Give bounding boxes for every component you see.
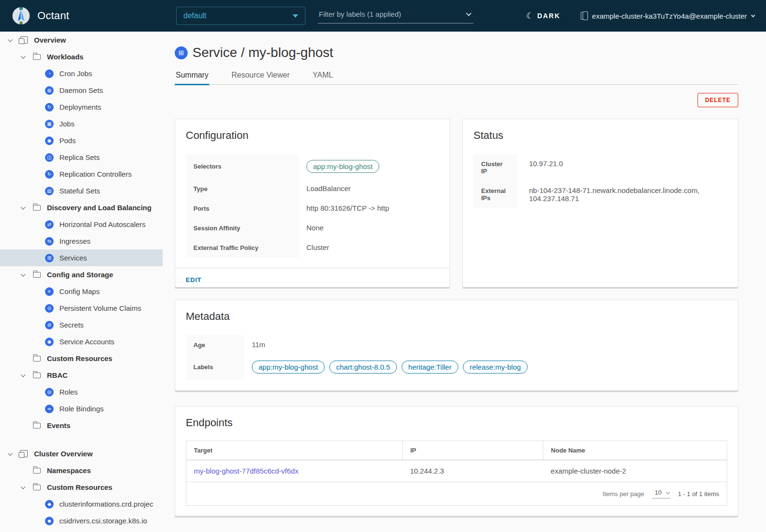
metadata-card: Metadata Age 11m Labels app:my-blog-ghos…	[175, 300, 738, 391]
page-size-value: 10	[655, 489, 662, 496]
sidebar-item-horizontal-pod-autoscalers[interactable]: ⇄Horizontal Pod Autoscalers	[0, 216, 163, 233]
label-tag[interactable]: chart:ghost-8.0.5	[329, 361, 397, 374]
folder-icon	[33, 205, 41, 211]
sidebar-item-cluster-overview[interactable]: Cluster Overview	[0, 445, 163, 462]
sidebar-item-custom-resources[interactable]: Custom Resources	[0, 479, 163, 496]
external-traffic-policy-label: External Traffic Policy	[186, 238, 299, 258]
endpoint-row: my-blog-ghost-77df85c6cd-vf6dx 10.244.2.…	[186, 460, 727, 482]
sidebar-item-roles[interactable]: ◎Roles	[0, 384, 163, 400]
sidebar-item-custom-resources[interactable]: Custom Resources	[0, 350, 163, 367]
folder-icon	[33, 485, 41, 490]
label-tag[interactable]: app:my-blog-ghost	[252, 361, 325, 374]
label-filter-dropdown[interactable]: Filter by labels (1 applied)	[318, 8, 473, 23]
delete-button[interactable]: DELETE	[698, 93, 738, 107]
sidebar-item-pods[interactable]: ◉Pods	[0, 132, 163, 149]
sidebar-item-label: Custom Resources	[47, 483, 113, 491]
sidebar-item-label: Discovery and Load Balancing	[47, 204, 151, 212]
sidebar-item-csidrivers-csi-storage-k8s-io[interactable]: ◆csidrivers.csi.storage.k8s.io	[0, 512, 163, 529]
endpoint-ip: 10.244.2.3	[403, 460, 543, 482]
sidebar-item-namespaces[interactable]: Namespaces	[0, 462, 163, 479]
brand: Octant	[0, 6, 163, 25]
sidebar-item-events[interactable]: Events	[0, 417, 163, 434]
configuration-title: Configuration	[186, 129, 439, 142]
sidebar-item-persistent-volume-claims[interactable]: ⊙Persistent Volume Claims	[0, 300, 163, 317]
sidebar-item-replica-sets[interactable]: ◫Replica Sets	[0, 149, 163, 166]
sidebar-item-role-bindings[interactable]: ∞Role Bindings	[0, 400, 163, 417]
folder-icon	[33, 468, 41, 474]
metadata-title: Metadata	[186, 310, 727, 323]
session-affinity-value: None	[299, 218, 439, 238]
sidebar-item-label: Cluster Overview	[34, 450, 93, 458]
endpoint-target-link[interactable]: my-blog-ghost-77df85c6cd-vf6dx	[194, 467, 298, 475]
type-value: LoadBalancer	[299, 179, 439, 199]
chevron-down-icon[interactable]	[21, 54, 25, 59]
chevron-down-icon[interactable]	[8, 37, 12, 42]
tab-yaml[interactable]: YAML	[312, 71, 334, 84]
moon-icon: ☾	[526, 11, 533, 21]
namespace-selected-value: default	[183, 11, 206, 20]
sidebar-item-label: Events	[47, 421, 70, 430]
cronjobs-icon: ◔	[45, 69, 54, 78]
chevron-down-icon[interactable]	[21, 485, 25, 489]
configuration-table: Selectors app:my-blog-ghost Type LoadBal…	[186, 154, 439, 258]
page-size-select[interactable]: 10	[652, 489, 670, 498]
label-tag[interactable]: release:my-blog	[463, 361, 528, 374]
sidebar-item-label: Pods	[59, 136, 76, 145]
sidebar-item-jobs[interactable]: ▦Jobs	[0, 115, 163, 132]
tab-bar: Summary Resource Viewer YAML	[175, 71, 738, 85]
endpoints-card: Endpoints Target IP Node Name my-blog-gh…	[175, 406, 738, 516]
selector-tag[interactable]: app:my-blog-ghost	[306, 160, 379, 173]
sidebar-item-config-maps[interactable]: ≡Config Maps	[0, 283, 163, 300]
sidebar-item-overview[interactable]: Overview	[0, 32, 163, 48]
sidebar-item-label: Secrets	[59, 321, 84, 329]
sidebar-item-rbac[interactable]: RBAC	[0, 367, 163, 384]
theme-toggle[interactable]: ☾ DARK	[526, 11, 561, 21]
sidebar-item-workloads[interactable]: Workloads	[0, 48, 163, 65]
sidebar-item-discovery-and-load-balancing[interactable]: Discovery and Load Balancing	[0, 199, 163, 216]
external-ips-label: External IPs	[473, 181, 518, 208]
cluster-icon	[581, 12, 587, 20]
persistentvolumeclaims-icon: ⊙	[45, 304, 54, 313]
chevron-down-icon[interactable]	[21, 272, 25, 277]
sidebar-item-services[interactable]: ⊞Services	[0, 249, 163, 266]
sidebar-item-daemon-sets[interactable]: ◍Daemon Sets	[0, 82, 163, 99]
sidebar-item-secrets[interactable]: ⊘Secrets	[0, 317, 163, 333]
sidebar-item-cron-jobs[interactable]: ◔Cron Jobs	[0, 65, 163, 82]
tab-resource-viewer[interactable]: Resource Viewer	[230, 71, 291, 84]
chevron-down-icon[interactable]	[8, 451, 12, 456]
tab-summary[interactable]: Summary	[175, 71, 209, 85]
labels-label: Labels	[186, 355, 244, 380]
chevron-down-icon[interactable]	[21, 373, 25, 377]
sidebar-item-config-and-storage[interactable]: Config and Storage	[0, 266, 163, 283]
sidebar-item-label: Persistent Volume Claims	[59, 304, 141, 312]
sidebar-item-replication-controllers[interactable]: ↻Replication Controllers	[0, 166, 163, 182]
status-title: Status	[473, 129, 727, 142]
edit-link[interactable]: EDIT	[186, 276, 202, 283]
endpoints-title: Endpoints	[186, 417, 727, 429]
sidebar-item-label: Services	[59, 254, 87, 262]
app-title: Octant	[37, 10, 69, 22]
sidebar-item-stateful-sets[interactable]: ▤Stateful Sets	[0, 182, 163, 199]
namespace-select[interactable]: default	[176, 7, 305, 25]
sidebar-item-clusterinformations-crd-projec[interactable]: ◆clusterinformations.crd.projec	[0, 496, 163, 512]
sidebar-item-ingresses[interactable]: ⇆Ingresses	[0, 233, 163, 249]
header-right: ☾ DARK example-cluster-ka3TuTzYo4a@examp…	[526, 11, 766, 21]
sidebar-item-label: Stateful Sets	[59, 187, 100, 195]
label-tag[interactable]: heritage:Tiller	[402, 361, 458, 374]
cluster-context-dropdown[interactable]: example-cluster-ka3TuTzYo4a@example-clus…	[581, 12, 755, 20]
customresource-icon: ◆	[45, 517, 54, 525]
folder-icon	[33, 356, 41, 362]
sidebar-item-service-accounts[interactable]: ◉Service Accounts	[0, 333, 163, 350]
sidebar-item-label: Deployments	[59, 103, 101, 111]
chevron-down-icon[interactable]	[21, 205, 25, 210]
sidebar-nav: OverviewWorkloads◔Cron Jobs◍Daemon Sets↻…	[0, 32, 163, 532]
items-per-page-label: Items per page	[603, 490, 644, 498]
jobs-icon: ▦	[45, 120, 54, 128]
sidebar-item-label: Daemon Sets	[59, 86, 103, 94]
external-ips-value: nb-104-237-148-71.newark.nodebalancer.li…	[518, 181, 723, 208]
sidebar-item-label: Config and Storage	[47, 271, 113, 279]
pager-range-text: 1 - 1 of 1 items	[678, 490, 719, 498]
sidebar-item-deployments[interactable]: ↻Deployments	[0, 99, 163, 115]
statefulsets-icon: ▤	[45, 187, 54, 195]
endpoint-node-name: example-cluster-node-2	[543, 460, 727, 482]
